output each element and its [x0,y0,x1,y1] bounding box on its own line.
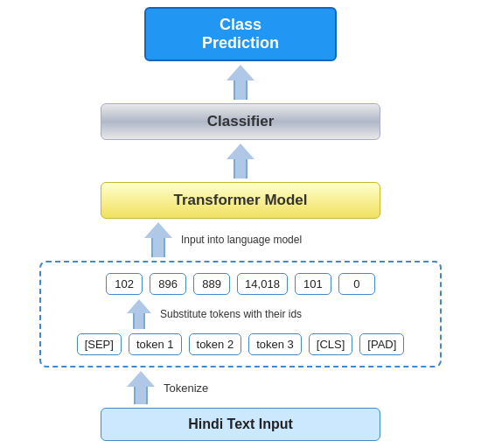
arrow-body [234,80,247,100]
token-id-4: 101 [295,273,331,295]
arrow-body [134,387,148,404]
arrow-center [127,299,151,329]
hindi-text-input-box: Hindi Text Input [101,408,380,441]
token-id-2: 889 [193,273,230,295]
arrow-center [127,371,155,404]
classifier-box: Classifier [101,103,380,140]
arrow-head [227,65,254,80]
tokenize-arrow-row: Tokenize [74,371,407,404]
input-language-model-label: Input into language model [181,234,302,246]
token-ids-row: 102 896 889 14,018 101 0 [106,273,375,295]
transformer-model-box: Transformer Model [101,182,380,219]
arrow-head [127,299,151,313]
arrow-center [144,222,172,257]
token-id-5: 0 [338,273,375,295]
arrow-classifier-to-prediction [227,65,254,100]
class-prediction-box: Class Prediction [144,7,337,61]
arrow-body [234,159,247,178]
token-1: token 1 [129,333,182,355]
token-2: token 2 [189,333,242,355]
diagram: Class Prediction Classifier Transformer … [13,7,468,441]
token-3: token 3 [248,333,302,355]
token-sep: [SEP] [77,333,122,355]
arrow-head [144,222,172,238]
token-pad: [PAD] [359,333,404,355]
arrow-body [151,238,165,257]
dashed-container: 102 896 889 14,018 101 0 Substitute toke… [39,261,442,368]
arrow-body [133,313,145,329]
arrow-transformer-to-classifier [227,144,254,178]
token-id-0: 102 [106,273,143,295]
arrow-head [127,371,155,387]
token-id-3: 14,018 [237,273,288,295]
arrow-head [227,144,254,159]
input-language-model-arrow-row: Input into language model [57,222,424,257]
substitute-arrow-row: Substitute tokens with their ids [74,299,407,329]
tokenize-label: Tokenize [164,382,208,395]
token-cls: [CLS] [309,333,353,355]
tokens-row: [SEP] token 1 token 2 token 3 [CLS] [PAD… [77,333,405,355]
substitute-label: Substitute tokens with their ids [160,308,302,320]
token-id-1: 896 [150,273,186,295]
